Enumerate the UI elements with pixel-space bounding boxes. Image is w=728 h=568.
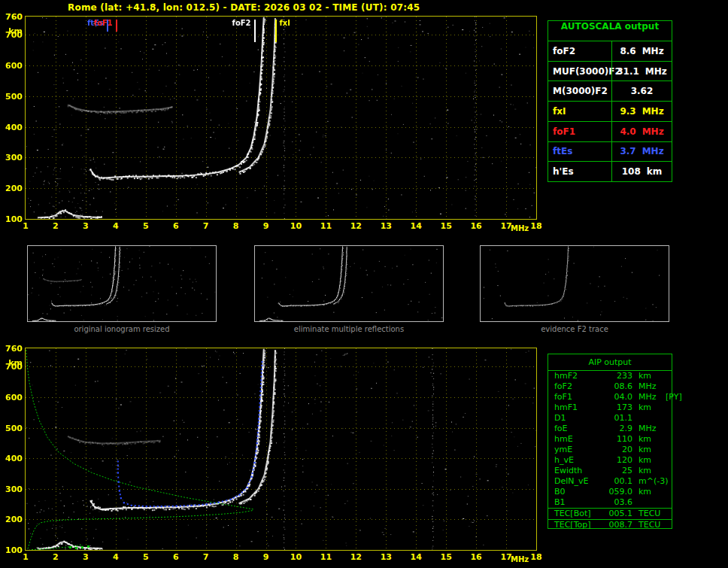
aip-param-value: 03.6 <box>604 497 632 508</box>
station-date-header: Rome (lat: +41.8, lon: 012.5) - DATE: 20… <box>68 2 420 13</box>
aip-param-unit: MHz <box>632 424 664 434</box>
axis-tick-label: 10 <box>287 552 305 562</box>
axis-tick-label: 12 <box>347 221 365 231</box>
tec-rows: TEC[Bot]005.1TECUTEC[Top]008.7TECU <box>548 508 672 530</box>
axis-tick-label: 3 <box>77 221 95 231</box>
y-axis-unit-label: km <box>2 26 23 36</box>
autoscala-row-MUF(3000)F2: MUF(3000)F231.1MHz <box>548 61 672 81</box>
autoscala-output-table: AUTOSCALA output foF28.6MHzMUF(3000)F231… <box>548 20 672 182</box>
axis-tick-label: 760 <box>2 12 23 22</box>
aip-param-value: 08.6 <box>604 381 632 392</box>
aip-param-unit: MHz <box>632 392 664 402</box>
axis-tick-label: 16 <box>467 552 485 562</box>
axis-tick-label: 2 <box>47 552 65 562</box>
value-unit: km <box>647 166 662 177</box>
axis-tick-label: 8 <box>227 552 245 562</box>
tec-param-name: TEC[Bot] <box>554 509 604 519</box>
aip-row-D1: D101.1 <box>548 413 672 424</box>
thumbnail-caption-1: original ionogram resized <box>27 325 217 333</box>
autoscala-row-value: 108km <box>611 162 672 181</box>
ionogram-plot-top: 760700600500400300200100km12345678910111… <box>25 16 537 220</box>
value-number: 3.7 <box>620 146 635 156</box>
aip-param-unit: MHz <box>632 381 664 392</box>
value-unit: MHz <box>642 146 664 156</box>
aip-row-hmE: hmE110km <box>548 434 672 445</box>
aip-param-value: 110 <box>604 434 632 445</box>
aip-param-value: 120 <box>604 455 632 466</box>
aip-param-name: foE <box>554 424 604 434</box>
axis-tick-label: 760 <box>2 344 23 354</box>
axis-tick-label: 13 <box>377 552 395 562</box>
tec-row-TEC[Top]: TEC[Top]008.7TECU <box>548 519 672 530</box>
autoscala-screen: Rome (lat: +41.8, lon: 012.5) - DATE: 20… <box>0 0 728 568</box>
y-axis-unit-label: km <box>2 358 23 368</box>
aip-param-unit: km <box>632 455 664 466</box>
axis-tick-label: 1 <box>17 552 35 562</box>
aip-param-unit: m^(-3) <box>632 476 664 487</box>
axis-tick-label: 7 <box>197 552 215 562</box>
tec-param-name: TEC[Top] <box>554 520 604 530</box>
value-number: 4.0 <box>620 126 635 137</box>
aip-param-value: 04.0 <box>604 392 632 402</box>
aip-param-name: foF2 <box>554 381 604 392</box>
aip-param-name: B0 <box>554 487 604 497</box>
autoscala-row-label: foF2 <box>548 46 611 56</box>
aip-table-title: AIP output <box>548 354 672 371</box>
tec-param-unit: TECU <box>632 509 664 519</box>
aip-row-h_vE: h_vE120km <box>548 455 672 466</box>
axis-tick-label: 3 <box>77 552 95 562</box>
ionogram-canvas-top <box>26 17 536 219</box>
aip-row-foE: foE2.9MHz <box>548 424 672 434</box>
x-axis-unit-label: MHz <box>511 224 529 232</box>
axis-tick-label: 15 <box>437 221 455 231</box>
aip-param-value: 01.1 <box>604 413 632 424</box>
aip-row-foF2: foF208.6MHz <box>548 381 672 392</box>
thumbnail-caption-3: evidence F2 trace <box>480 325 669 333</box>
aip-row-foF1: foF104.0MHz[PY] <box>548 392 672 402</box>
marker-label-foF1: foF1 <box>94 19 113 27</box>
aip-param-name: D1 <box>554 413 604 424</box>
value-unit: MHz <box>642 106 664 117</box>
axis-tick-label: 14 <box>407 552 425 562</box>
aip-param-name: B1 <box>554 497 604 508</box>
aip-row-hmF2: hmF2233km <box>548 371 672 381</box>
marker-label-foF2: foF2 <box>232 19 251 27</box>
autoscala-row-fxI: fxI9.3MHz <box>548 101 672 121</box>
aip-param-name: foF1 <box>554 392 604 402</box>
axis-tick-label: 200 <box>2 515 23 524</box>
aip-param-value: 20 <box>604 445 632 455</box>
autoscala-row-foF2: foF28.6MHz <box>548 41 672 61</box>
autoscala-row-label: fxI <box>548 106 611 117</box>
autoscala-row-value: 3.7MHz <box>611 142 672 162</box>
autoscala-row-value: 4.0MHz <box>611 122 672 141</box>
value-number: 9.3 <box>620 106 635 117</box>
aip-output-table: AIP output hmF2233kmfoF208.6MHzfoF104.0M… <box>548 354 672 529</box>
value-number: 31.1 <box>617 66 639 77</box>
axis-tick-label: 9 <box>257 552 275 562</box>
aip-param-unit: km <box>632 434 664 445</box>
aip-param-name: hmF2 <box>554 371 604 381</box>
autoscala-row-value: 9.3MHz <box>611 102 672 121</box>
axis-tick-label: 8 <box>227 221 245 231</box>
axis-tick-label: 7 <box>197 221 215 231</box>
aip-param-unit: km <box>632 487 664 497</box>
aip-param-name: hmF1 <box>554 402 604 413</box>
axis-tick-label: 200 <box>2 184 23 193</box>
axis-tick-label: 500 <box>2 424 23 433</box>
axis-tick-label: 400 <box>2 123 23 132</box>
value-unit: MHz <box>642 46 664 56</box>
thumbnail-caption-2: eliminate multiple reflections <box>254 325 444 333</box>
thumbnail-canvas-3 <box>481 246 669 321</box>
axis-tick-label: 300 <box>2 153 23 163</box>
axis-tick-label: 4 <box>107 552 125 562</box>
thumbnail-canvas-1 <box>28 246 216 321</box>
axis-tick-label: 6 <box>167 552 185 562</box>
aip-param-value: 25 <box>604 466 632 476</box>
aip-param-value: 173 <box>604 402 632 413</box>
aip-param-name: Ewidth <box>554 466 604 476</box>
axis-tick-label: 5 <box>137 221 155 231</box>
value-number: 8.6 <box>620 46 635 56</box>
aip-row-hmF1: hmF1173km <box>548 402 672 413</box>
aip-param-value: 2.9 <box>604 424 632 434</box>
aip-param-unit: km <box>632 466 664 476</box>
